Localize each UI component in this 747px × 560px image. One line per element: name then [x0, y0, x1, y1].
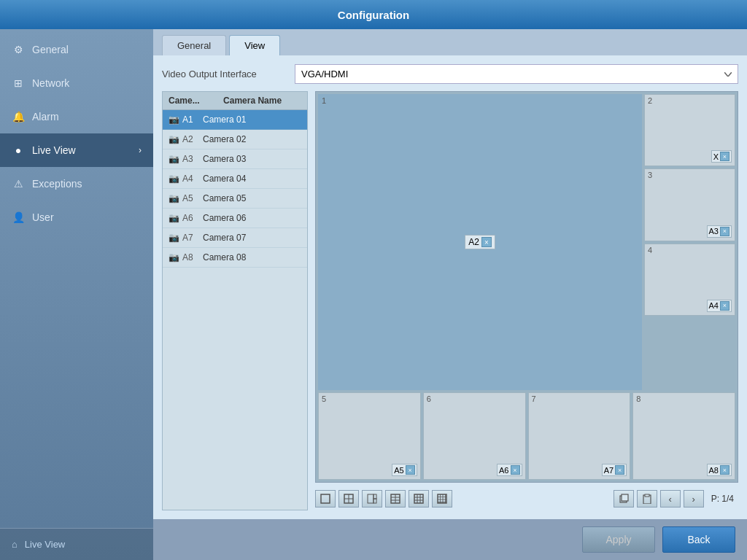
cam-name-6: Camera 06: [203, 213, 246, 223]
camera-list-header: Came... Camera Name: [163, 92, 307, 110]
camera-row-8[interactable]: 📷 A8 Camera 08: [163, 248, 307, 268]
camera-icon-2: 📷: [169, 134, 179, 144]
cell-6-badge-label: A6: [499, 466, 508, 475]
cam-name-4: Camera 04: [203, 174, 246, 184]
camera-row-4[interactable]: 📷 A4 Camera 04: [163, 169, 307, 189]
camera-icon-3: 📷: [169, 154, 179, 164]
sidebar-item-liveview[interactable]: ● Live View ›: [0, 133, 153, 167]
camera-row-7[interactable]: 📷 A7 Camera 07: [163, 228, 307, 248]
cam-name-1: Camera 01: [203, 114, 246, 125]
network-icon: ⊞: [12, 77, 25, 90]
grid-cell-7[interactable]: 7 A7 ×: [528, 392, 631, 480]
layout-4-button[interactable]: [338, 490, 359, 508]
alarm-icon: 🔔: [12, 110, 25, 123]
content-area: General View Video Output Interface VGA/…: [153, 29, 747, 560]
cam-id-8: A8: [182, 252, 200, 262]
camera-row-2[interactable]: 📷 A2 Camera 02: [163, 130, 307, 149]
voi-row: Video Output Interface VGA/HDMI HDMI VGA: [162, 64, 738, 84]
sidebar-item-exceptions[interactable]: ⚠ Exceptions: [0, 167, 153, 201]
grid-toolbar: ‹ › P: 1/4: [315, 487, 738, 510]
exceptions-icon: ⚠: [12, 177, 25, 190]
copy-button[interactable]: [614, 490, 634, 508]
sidebar-bottom-liveview[interactable]: ⌂ Live View: [0, 529, 153, 560]
camera-row-1[interactable]: 📷 A1 Camera 01: [163, 110, 307, 130]
cell-7-badge-label: A7: [604, 466, 614, 475]
cell-5-badge: A5 ×: [392, 464, 417, 476]
grid-cell-6[interactable]: 6 A6 ×: [423, 392, 526, 480]
layout-16-button[interactable]: [432, 490, 452, 508]
sidebar-item-alarm[interactable]: 🔔 Alarm: [0, 100, 153, 133]
cam-name-2: Camera 02: [203, 134, 246, 144]
home-icon: ⌂: [12, 539, 18, 550]
cell-num-6: 6: [427, 394, 431, 403]
cell-2-remove[interactable]: ×: [720, 152, 729, 161]
sidebar: ⚙ General ⊞ Network 🔔 Alarm ● Live View …: [0, 29, 153, 560]
sidebar-label-user: User: [32, 211, 54, 223]
cam-name-3: Camera 03: [203, 154, 246, 164]
grid-cell-4[interactable]: 4 A4 ×: [644, 244, 735, 316]
grid-cell-8[interactable]: 8 A8 ×: [632, 392, 735, 480]
tab-general[interactable]: General: [162, 35, 226, 55]
bottom-bar: Apply Back: [153, 519, 747, 560]
svg-rect-24: [622, 494, 628, 501]
layout-9-button[interactable]: [409, 490, 429, 508]
panel-row: Came... Camera Name 📷 A1 Camera 01: [162, 91, 738, 510]
cam-id-7: A7: [182, 233, 200, 243]
large-badge-remove[interactable]: ×: [481, 237, 492, 247]
grid-cell-2[interactable]: 2 X ×: [644, 94, 735, 166]
cell-4-badge: A4 ×: [707, 300, 732, 312]
cell-8-remove[interactable]: ×: [720, 465, 729, 475]
sidebar-label-alarm: Alarm: [32, 111, 59, 122]
camera-icon-1: 📷: [169, 114, 179, 125]
camera-row-6[interactable]: 📷 A6 Camera 06: [163, 209, 307, 228]
prev-page-button[interactable]: ‹: [660, 490, 681, 508]
cell-5-remove[interactable]: ×: [406, 465, 415, 475]
sidebar-label-network: Network: [32, 77, 69, 89]
cell-2-badge-label: X: [713, 152, 719, 161]
cam-id-6: A6: [182, 213, 200, 223]
sidebar-item-general[interactable]: ⚙ General: [0, 33, 153, 66]
camera-row-5[interactable]: 📷 A5 Camera 05: [163, 189, 307, 209]
cell-8-badge: A8 ×: [707, 464, 732, 476]
cell-2-badge: X ×: [711, 150, 732, 163]
sidebar-bottom-label: Live View: [25, 539, 65, 550]
page-info: P: 1/4: [707, 494, 738, 504]
cell-7-remove[interactable]: ×: [615, 465, 624, 475]
grid-cell-large[interactable]: 1 A2 ×: [318, 94, 642, 390]
sidebar-label-exceptions: Exceptions: [32, 178, 82, 190]
cell-num-8: 8: [636, 394, 640, 403]
sidebar-item-user[interactable]: 👤 User: [0, 201, 153, 234]
cell-num-2: 2: [648, 96, 652, 105]
sidebar-item-network[interactable]: ⊞ Network: [0, 66, 153, 100]
cam-id-5: A5: [182, 193, 200, 203]
cam-id-2: A2: [182, 134, 200, 144]
cam-id-4: A4: [182, 174, 200, 184]
cam-id-3: A3: [182, 154, 200, 164]
camera-list-body: 📷 A1 Camera 01 📷 A2 Camera 02 📷 A3: [163, 110, 307, 510]
back-button[interactable]: Back: [662, 526, 735, 553]
layout-1-button[interactable]: [315, 490, 336, 508]
grid-cell-3[interactable]: 3 A3 ×: [644, 168, 735, 241]
voi-label: Video Output Interface: [162, 69, 286, 79]
layout-6a-button[interactable]: [362, 490, 382, 508]
grid-cell-5[interactable]: 5 A5 ×: [318, 392, 421, 480]
svg-rect-26: [645, 494, 649, 497]
svg-rect-5: [374, 494, 376, 499]
col-name-header: Camera Name: [217, 92, 307, 109]
layout-8-button[interactable]: [385, 490, 406, 508]
cell-6-remove[interactable]: ×: [511, 465, 520, 475]
tab-view[interactable]: View: [229, 35, 280, 55]
cell-3-remove[interactable]: ×: [720, 227, 729, 236]
paste-button[interactable]: [637, 490, 657, 508]
cell-right-column: 2 X × 3 A3 ×: [644, 94, 735, 390]
tab-content: Video Output Interface VGA/HDMI HDMI VGA: [153, 55, 747, 519]
next-page-button[interactable]: ›: [684, 490, 704, 508]
camera-row-3[interactable]: 📷 A3 Camera 03: [163, 149, 307, 169]
voi-select[interactable]: VGA/HDMI HDMI VGA: [295, 64, 738, 84]
camera-icon-8: 📷: [169, 252, 179, 262]
cell-4-remove[interactable]: ×: [720, 301, 729, 311]
main-grid-area: 1 A2 × 2 X ×: [315, 91, 738, 483]
cell-num-5: 5: [322, 394, 326, 403]
cell-5-badge-label: A5: [394, 466, 403, 475]
apply-button[interactable]: Apply: [582, 526, 655, 553]
